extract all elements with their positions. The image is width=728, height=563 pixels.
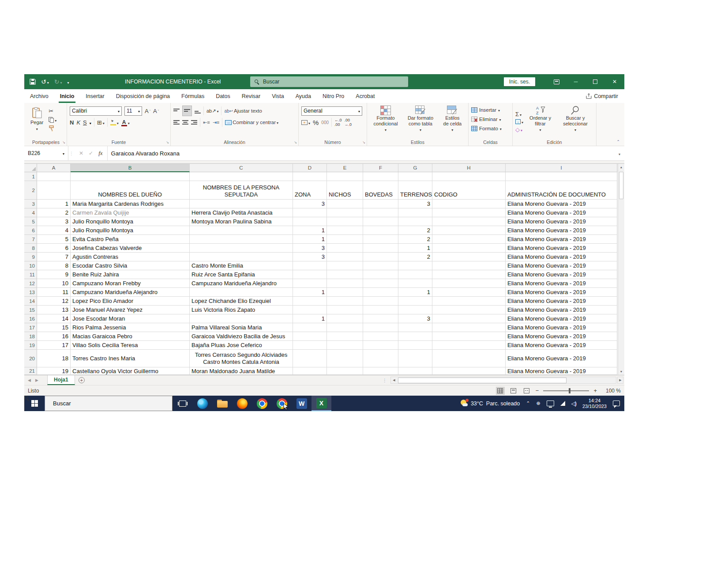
row-header-16[interactable]: 16: [24, 314, 37, 323]
number-format-select[interactable]: General: [301, 106, 362, 116]
column-header-F[interactable]: F: [363, 164, 398, 172]
cell-G18[interactable]: [398, 332, 432, 341]
cell-B8[interactable]: Josefina Cabezas Valverde: [71, 244, 190, 253]
tab-ayuda[interactable]: Ayuda: [290, 89, 317, 103]
sign-in-button[interactable]: Inic. ses.: [504, 77, 535, 86]
row-header-20[interactable]: 20: [24, 350, 37, 367]
select-all-corner[interactable]: [24, 164, 37, 172]
tab-inicio[interactable]: Inicio: [54, 89, 80, 103]
tab-insertar[interactable]: Insertar: [80, 89, 110, 103]
cell-E19[interactable]: [327, 341, 363, 350]
cell-F21[interactable]: [363, 367, 398, 375]
cell-C2[interactable]: NOMBRES DE LA PERSONA SEPULTADA: [190, 181, 293, 200]
cell-B3[interactable]: Maria Margarita Cardenas Rodriges: [71, 200, 190, 208]
maximize-button[interactable]: [585, 74, 605, 89]
firefox-taskbar-icon[interactable]: [232, 396, 252, 411]
cell-A20[interactable]: 18: [37, 350, 71, 367]
cell-B1[interactable]: [71, 172, 190, 181]
zoom-slider-thumb[interactable]: [569, 388, 570, 393]
cell-E10[interactable]: [327, 261, 363, 270]
cell-B11[interactable]: Benite Ruiz Jahira: [71, 270, 190, 279]
cell-H15[interactable]: [432, 306, 506, 314]
cell-E1[interactable]: [327, 172, 363, 181]
cell-G5[interactable]: [398, 217, 432, 226]
tab-nitro-pro[interactable]: Nitro Pro: [317, 89, 350, 103]
cell-B15[interactable]: Jose Manuel Alvarez Yepez: [71, 306, 190, 314]
cell-E11[interactable]: [327, 270, 363, 279]
cell-H11[interactable]: [432, 270, 506, 279]
cell-B10[interactable]: Escodar Castro Silvia: [71, 261, 190, 270]
clear-button[interactable]: ◇: [515, 126, 523, 133]
zoom-level[interactable]: 100 %: [601, 388, 621, 394]
fill-button[interactable]: ↓: [515, 119, 523, 125]
cell-I9[interactable]: Eliana Moreno Guevara - 2019: [506, 253, 617, 261]
cell-D6[interactable]: 1: [293, 226, 327, 235]
cell-A14[interactable]: 12: [37, 297, 71, 306]
cell-A13[interactable]: 11: [37, 288, 71, 297]
browser-taskbar-icon[interactable]: [272, 396, 292, 411]
scroll-up-icon[interactable]: ▲: [618, 164, 624, 170]
cell-A5[interactable]: 3: [37, 217, 71, 226]
cell-I8[interactable]: Eliana Moreno Guevara - 2019: [506, 244, 617, 253]
cell-G10[interactable]: [398, 261, 432, 270]
cell-E16[interactable]: [327, 314, 363, 323]
cell-H1[interactable]: [432, 172, 506, 181]
cell-E20[interactable]: [327, 350, 363, 367]
sort-filter-button[interactable]: AZ Ordenar y filtrar: [526, 105, 555, 138]
tab-disposición-de-página[interactable]: Disposición de página: [110, 89, 176, 103]
customize-qat-button[interactable]: [68, 78, 69, 85]
cell-E14[interactable]: [327, 297, 363, 306]
cell-F5[interactable]: [363, 217, 398, 226]
format-as-table-button[interactable]: Dar formato como tabla: [402, 105, 439, 138]
undo-button[interactable]: ↺: [41, 78, 49, 85]
horizontal-scrollbar[interactable]: ◀: [390, 377, 616, 384]
cell-I2[interactable]: ADMINISTRACIÓN DE DOCUMENTO: [506, 181, 617, 200]
cell-H19[interactable]: [432, 341, 506, 350]
cell-I16[interactable]: Eliana Moreno Guevara - 2019: [506, 314, 617, 323]
cell-D1[interactable]: [293, 172, 327, 181]
cell-F20[interactable]: [363, 350, 398, 367]
cell-A1[interactable]: [37, 172, 71, 181]
zoom-slider[interactable]: [543, 390, 589, 391]
bold-button[interactable]: N: [70, 119, 74, 126]
cell-D10[interactable]: [293, 261, 327, 270]
align-top-button[interactable]: [173, 109, 180, 113]
file-explorer-taskbar-icon[interactable]: [212, 396, 232, 411]
decrease-indent-button[interactable]: ⇤≡: [203, 120, 210, 125]
italic-button[interactable]: K: [76, 119, 80, 126]
cell-H14[interactable]: [432, 297, 506, 306]
cell-C4[interactable]: Herrera Clavijo Petita Anastacia: [190, 208, 293, 217]
cell-I4[interactable]: Eliana Moreno Guevara - 2019: [506, 208, 617, 217]
cell-A10[interactable]: 8: [37, 261, 71, 270]
row-header-12[interactable]: 12: [24, 279, 37, 288]
formula-input[interactable]: Garaicoa Alvarado Roxana: [108, 146, 615, 160]
cell-E8[interactable]: [327, 244, 363, 253]
align-left-button[interactable]: [173, 120, 180, 125]
cell-styles-button[interactable]: Estilos de celda: [439, 105, 465, 138]
cell-D12[interactable]: [293, 279, 327, 288]
accounting-format-button[interactable]: ¤: [301, 119, 310, 126]
cell-F14[interactable]: [363, 297, 398, 306]
dialog-launcher-icon[interactable]: [294, 140, 297, 144]
column-header-G[interactable]: G: [398, 164, 432, 172]
row-header-19[interactable]: 19: [24, 341, 37, 350]
cell-F1[interactable]: [363, 172, 398, 181]
align-center-button[interactable]: [182, 120, 188, 125]
cell-H8[interactable]: [432, 244, 506, 253]
show-hidden-icons-button[interactable]: ⌃: [526, 401, 530, 406]
column-header-H[interactable]: H: [432, 164, 506, 172]
cancel-entry-icon[interactable]: ✕: [79, 150, 83, 156]
name-box[interactable]: B226: [24, 146, 68, 160]
row-header-14[interactable]: 14: [24, 297, 37, 306]
cell-I11[interactable]: Eliana Moreno Guevara - 2019: [506, 270, 617, 279]
cell-B4[interactable]: Carmen Zavala Quijije: [71, 208, 190, 217]
save-icon[interactable]: [30, 79, 36, 85]
column-header-A[interactable]: A: [37, 164, 71, 172]
cell-B6[interactable]: Julio Ronquillo Montoya: [71, 226, 190, 235]
scroll-down-icon[interactable]: ▼: [618, 368, 624, 375]
cell-F18[interactable]: [363, 332, 398, 341]
cell-A18[interactable]: 16: [37, 332, 71, 341]
wrap-text-button[interactable]: ab↩Ajustar texto: [224, 108, 262, 113]
insert-cells-button[interactable]: Insertar: [471, 105, 510, 114]
cell-E4[interactable]: [327, 208, 363, 217]
